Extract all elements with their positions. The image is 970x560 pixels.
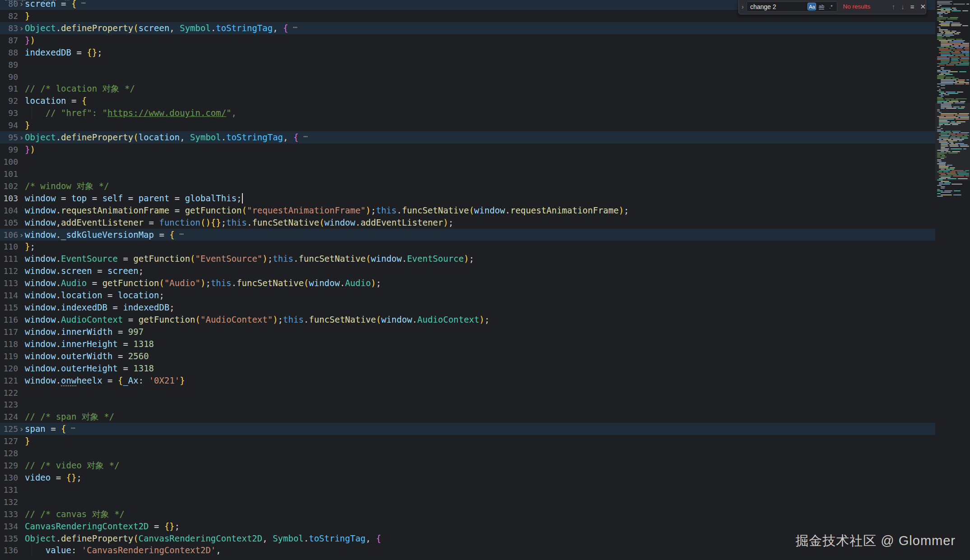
- code-line[interactable]: 87}): [0, 34, 935, 46]
- code-line[interactable]: 114window.location = location;: [0, 289, 935, 301]
- code-line[interactable]: 95›Object.defineProperty(location, Symbo…: [0, 131, 935, 143]
- code-line[interactable]: 129// /* video 对象 */: [0, 459, 935, 472]
- line-number[interactable]: 103: [0, 193, 18, 205]
- code-line[interactable]: 103window = top = self = parent = global…: [0, 192, 935, 204]
- code-line[interactable]: 128: [0, 447, 935, 459]
- code-line[interactable]: 122: [0, 387, 935, 399]
- find-in-selection-button selection-icon[interactable]: ≡: [910, 3, 914, 10]
- line-number[interactable]: 123: [0, 399, 18, 411]
- line-number[interactable]: 95: [0, 132, 18, 144]
- line-number[interactable]: 106: [0, 229, 18, 241]
- line-number[interactable]: 101: [0, 168, 18, 180]
- line-number[interactable]: 118: [0, 338, 18, 351]
- code-line[interactable]: 127}: [0, 435, 935, 447]
- line-number[interactable]: 114: [0, 290, 18, 302]
- code-line[interactable]: 111window.EventSource = getFunction("Eve…: [0, 253, 935, 265]
- code-line[interactable]: 104window.requestAnimationFrame = getFun…: [0, 204, 935, 217]
- code-line[interactable]: 117window.innerWidth = 997: [0, 326, 935, 338]
- code-line[interactable]: 89: [0, 59, 935, 71]
- line-number[interactable]: 83: [0, 23, 18, 35]
- code-line[interactable]: 113window.Audio = getFunction("Audio");t…: [0, 277, 935, 289]
- line-number[interactable]: 119: [0, 351, 18, 363]
- line-number[interactable]: 122: [0, 387, 18, 399]
- code-line[interactable]: 125›span = { ⋯: [0, 423, 935, 435]
- code-line[interactable]: 83›Object.defineProperty(screen, Symbol.…: [0, 22, 935, 34]
- code-line[interactable]: 100: [0, 156, 935, 168]
- line-number[interactable]: 99: [0, 144, 18, 156]
- line-number[interactable]: 111: [0, 253, 18, 265]
- line-number[interactable]: 121: [0, 375, 18, 387]
- code-line[interactable]: 120window.outerHeight = 1318: [0, 362, 935, 375]
- code-line[interactable]: 119window.outerWidth = 2560: [0, 350, 935, 362]
- code-area[interactable]: 80›screen = { ⋯82}83›Object.defineProper…: [0, 0, 935, 556]
- fold-chevron-icon[interactable]: ›: [18, 423, 25, 435]
- line-number[interactable]: 132: [0, 496, 18, 509]
- close-button close-icon[interactable]: ✕: [920, 3, 926, 11]
- code-line[interactable]: 91// /* location 对象 */: [0, 83, 935, 95]
- line-number[interactable]: 116: [0, 314, 18, 326]
- code-line[interactable]: 105window,addEventListener = function(){…: [0, 217, 935, 229]
- code-line[interactable]: 134CanvasRenderingContext2D = {};: [0, 520, 935, 532]
- code-line[interactable]: 93 // "href": "https://www.douyin.com/",: [0, 107, 935, 119]
- previous-match-button arrow-up-icon[interactable]: ↑: [892, 3, 896, 10]
- line-number[interactable]: 90: [0, 71, 18, 83]
- code-line[interactable]: 112window.screen = screen;: [0, 265, 935, 277]
- line-number[interactable]: 91: [0, 83, 18, 95]
- line-number[interactable]: 102: [0, 180, 18, 193]
- code-line[interactable]: 116window.AudioContext = getFunction("Au…: [0, 314, 935, 326]
- line-number[interactable]: 117: [0, 326, 18, 338]
- line-number[interactable]: 134: [0, 521, 18, 533]
- code-line[interactable]: 118window.innerHeight = 1318: [0, 338, 935, 350]
- line-number[interactable]: 115: [0, 302, 18, 314]
- line-number[interactable]: 93: [0, 107, 18, 120]
- line-number[interactable]: 89: [0, 59, 18, 71]
- line-number[interactable]: 82: [0, 10, 18, 23]
- line-number[interactable]: 100: [0, 156, 18, 168]
- minimap[interactable]: [935, 0, 970, 560]
- code-line[interactable]: 130video = {};: [0, 472, 935, 484]
- code-line[interactable]: 110};: [0, 241, 935, 253]
- code-line[interactable]: 132: [0, 496, 935, 508]
- line-number[interactable]: 131: [0, 484, 18, 496]
- code-line[interactable]: 106›window._sdkGlueVersionMap = { ⋯: [0, 229, 935, 241]
- line-number[interactable]: 135: [0, 533, 18, 545]
- match-case-button[interactable]: Aa: [808, 3, 816, 10]
- code-line[interactable]: 121window.onwheelx = {_Ax: '0X21'}: [0, 375, 935, 387]
- code-line[interactable]: 133// /* canvas 对象 */: [0, 508, 935, 520]
- line-number[interactable]: 105: [0, 217, 18, 229]
- line-number[interactable]: 104: [0, 205, 18, 217]
- fold-chevron-icon[interactable]: ›: [18, 132, 25, 144]
- line-number[interactable]: 112: [0, 265, 18, 278]
- code-line[interactable]: 99}): [0, 143, 935, 156]
- line-number[interactable]: 133: [0, 509, 18, 521]
- code-line[interactable]: 115window.indexedDB = indexedDB;: [0, 301, 935, 314]
- line-number[interactable]: 127: [0, 435, 18, 448]
- line-number[interactable]: 94: [0, 120, 18, 132]
- code-line[interactable]: 135Object.defineProperty(CanvasRendering…: [0, 532, 935, 545]
- line-number[interactable]: 87: [0, 35, 18, 47]
- code-line[interactable]: 131: [0, 484, 935, 496]
- line-number[interactable]: 120: [0, 363, 18, 375]
- line-number[interactable]: 88: [0, 47, 18, 59]
- code-line[interactable]: 101: [0, 168, 935, 180]
- line-number[interactable]: 110: [0, 241, 18, 253]
- code-line[interactable]: 136 value: 'CanvasRenderingContext2D',: [0, 544, 935, 556]
- line-number[interactable]: 92: [0, 95, 18, 107]
- code-line[interactable]: 124// /* span 对象 */: [0, 411, 935, 423]
- search-input[interactable]: change 2 Aa ab .*: [747, 1, 838, 12]
- regex-button[interactable]: .*: [826, 3, 835, 10]
- line-number[interactable]: 130: [0, 472, 18, 484]
- code-line[interactable]: 90: [0, 71, 935, 83]
- line-number[interactable]: 125: [0, 423, 18, 435]
- code-line[interactable]: 94}: [0, 119, 935, 131]
- line-number[interactable]: 124: [0, 411, 18, 423]
- whole-word-button[interactable]: ab: [817, 3, 826, 10]
- code-line[interactable]: 92location = {: [0, 95, 935, 107]
- next-match-button arrow-down-icon[interactable]: ↓: [901, 3, 905, 10]
- line-number[interactable]: 136: [0, 545, 18, 557]
- line-number[interactable]: 129: [0, 460, 18, 472]
- code-line[interactable]: 88indexedDB = {};: [0, 46, 935, 59]
- breadcrumb[interactable]: douyin.js › env.js › …: [5, 0, 70, 2]
- code-line[interactable]: 102/* window 对象 */: [0, 180, 935, 192]
- line-number[interactable]: 128: [0, 448, 18, 460]
